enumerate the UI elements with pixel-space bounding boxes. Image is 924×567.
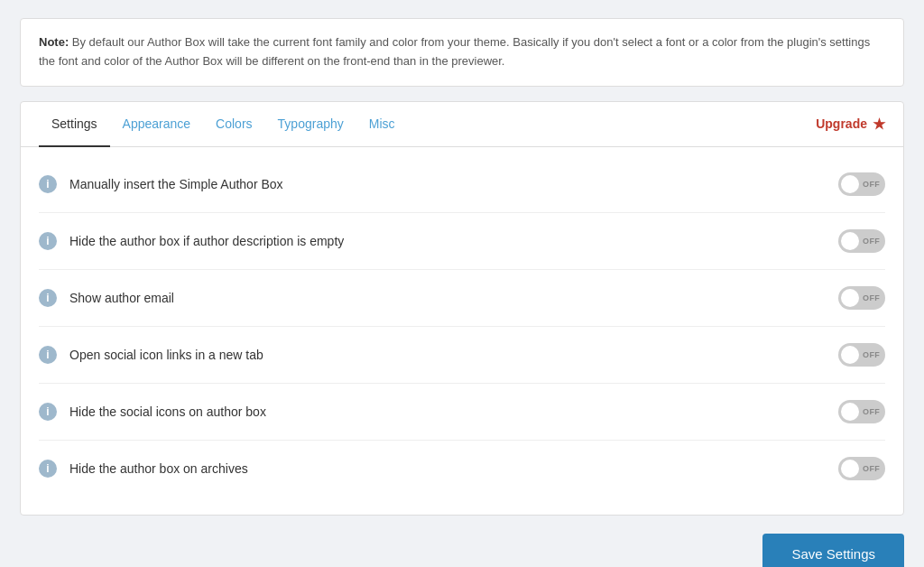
setting-row: i Manually insert the Simple Author Box … xyxy=(39,156,885,213)
toggle-slider: OFF xyxy=(838,400,885,423)
setting-label: Open social icon links in a new tab xyxy=(69,348,838,362)
toggle-off-label: OFF xyxy=(863,350,880,359)
setting-row: i Hide the social icons on author box OF… xyxy=(39,384,885,441)
info-icon[interactable]: i xyxy=(39,460,57,478)
setting-label: Hide the social icons on author box xyxy=(69,404,838,419)
save-settings-button[interactable]: Save Settings xyxy=(762,534,904,567)
toggle-manually-insert[interactable]: OFF xyxy=(838,172,885,196)
setting-label: Hide the author box if author descriptio… xyxy=(69,234,838,248)
toggle-slider: OFF xyxy=(838,172,885,196)
info-icon[interactable]: i xyxy=(39,175,57,193)
toggle-hide-social[interactable]: OFF xyxy=(838,400,885,423)
toggle-open-new-tab[interactable]: OFF xyxy=(838,343,885,367)
toggle-off-label: OFF xyxy=(863,237,880,246)
setting-row: i Show author email OFF xyxy=(39,270,885,327)
toggle-hide-archives[interactable]: OFF xyxy=(838,457,885,480)
toggle-slider: OFF xyxy=(838,229,885,253)
setting-row: i Open social icon links in a new tab OF… xyxy=(39,327,885,384)
note-box: Note: By default our Author Box will tak… xyxy=(20,18,904,87)
tab-colors[interactable]: Colors xyxy=(203,102,264,147)
toggle-off-label: OFF xyxy=(863,293,880,302)
page-wrapper: Note: By default our Author Box will tak… xyxy=(20,18,904,567)
tab-appearance[interactable]: Appearance xyxy=(110,102,204,147)
info-icon[interactable]: i xyxy=(39,232,57,250)
main-card: Settings Appearance Colors Typography Mi… xyxy=(20,101,904,516)
tab-typography[interactable]: Typography xyxy=(265,102,356,147)
info-icon[interactable]: i xyxy=(39,403,57,421)
tab-settings[interactable]: Settings xyxy=(39,102,110,147)
settings-content: i Manually insert the Simple Author Box … xyxy=(21,147,903,515)
toggle-slider: OFF xyxy=(838,457,885,480)
upgrade-star-icon: ★ xyxy=(873,116,885,133)
info-icon[interactable]: i xyxy=(39,346,57,364)
toggle-off-label: OFF xyxy=(863,407,880,416)
toggle-slider: OFF xyxy=(838,343,885,367)
upgrade-button[interactable]: Upgrade ★ xyxy=(816,116,885,133)
setting-label: Manually insert the Simple Author Box xyxy=(69,177,838,191)
toggle-hide-if-empty[interactable]: OFF xyxy=(838,229,885,253)
info-icon[interactable]: i xyxy=(39,289,57,307)
note-prefix: Note: xyxy=(39,35,69,49)
tabs-header: Settings Appearance Colors Typography Mi… xyxy=(21,102,903,147)
toggle-off-label: OFF xyxy=(863,464,880,473)
setting-row: i Hide the author box on archives OFF xyxy=(39,441,885,497)
setting-row: i Hide the author box if author descript… xyxy=(39,213,885,270)
toggle-off-label: OFF xyxy=(863,180,880,189)
setting-label: Hide the author box on archives xyxy=(69,461,838,476)
toggle-show-email[interactable]: OFF xyxy=(838,286,885,310)
footer-bar: Save Settings xyxy=(20,516,904,567)
toggle-slider: OFF xyxy=(838,286,885,310)
tab-misc[interactable]: Misc xyxy=(356,102,408,147)
note-text: By default our Author Box will take the … xyxy=(39,35,870,68)
setting-label: Show author email xyxy=(69,291,838,305)
upgrade-label: Upgrade xyxy=(816,116,867,131)
